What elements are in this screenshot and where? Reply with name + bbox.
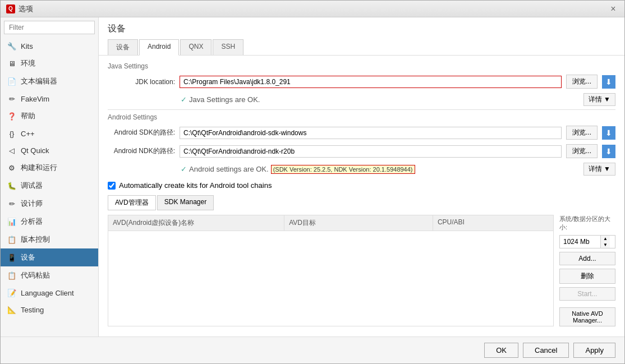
android-ok-icon: ✓ — [181, 165, 187, 173]
dialog-body: 🔧 Kits 🖥 环境 📄 文本编辑器 ✏ FakeVim ❓ 帮助 {} C — [1, 17, 624, 337]
tab-bar: 设备 Android QNX SSH — [108, 39, 615, 55]
jdk-input[interactable] — [180, 76, 562, 88]
main-content-area: 设备 设备 Android QNX SSH Java Settings JDK … — [99, 17, 624, 337]
size-label: 系统/数据分区的大小: — [559, 215, 615, 232]
size-up-button[interactable]: ▲ — [601, 236, 610, 242]
sdk-input[interactable] — [180, 127, 562, 139]
sidebar-item-label: Language Client — [21, 289, 74, 297]
debugger-icon: 🐛 — [7, 181, 16, 190]
native-avd-manager-button[interactable]: Native AVD Manager... — [559, 307, 615, 326]
java-status-ok: ✓ Java Settings are OK. — [108, 94, 260, 105]
sdk-browse-button[interactable]: 浏览... — [566, 126, 598, 140]
ndk-download-button[interactable]: ⬇ — [602, 145, 615, 158]
code-paste-icon: 📋 — [7, 271, 16, 280]
android-detail-button[interactable]: 详情 ▼ — [583, 163, 615, 176]
avd-col-name: AVD(Android虚拟设备)名称 — [108, 215, 284, 231]
start-avd-button[interactable]: Start... — [559, 287, 615, 301]
sidebar-item-label: 调试器 — [21, 181, 43, 191]
apply-button[interactable]: Apply — [573, 343, 615, 358]
tab-devices[interactable]: 设备 — [108, 39, 138, 55]
ndk-path-row: Android NDK的路径: 浏览... ⬇ — [108, 144, 615, 158]
sidebar-item-language-client[interactable]: 📝 Language Client — [1, 284, 98, 301]
sidebar-item-code-paste[interactable]: 📋 代码粘贴 — [1, 266, 98, 284]
fakevim-icon: ✏ — [7, 94, 16, 103]
filter-input[interactable] — [4, 21, 95, 34]
sidebar: 🔧 Kits 🖥 环境 📄 文本编辑器 ✏ FakeVim ❓ 帮助 {} C — [1, 17, 99, 337]
sidebar-item-label: Kits — [21, 42, 33, 50]
sidebar-item-qtquick[interactable]: ◁ Qt Quick — [1, 142, 98, 159]
sidebar-item-label: C++ — [21, 130, 35, 138]
title-bar: Q 选项 × — [1, 1, 624, 17]
options-dialog: Q 选项 × 🔧 Kits 🖥 环境 📄 文本编辑器 ✏ FakeVim — [0, 0, 625, 364]
delete-avd-button[interactable]: 删除 — [559, 269, 615, 284]
sidebar-item-analyzer[interactable]: 📊 分析器 — [1, 213, 98, 231]
size-down-button[interactable]: ▼ — [601, 242, 610, 248]
sidebar-item-label: 分析器 — [21, 216, 43, 227]
page-title: 设备 — [108, 23, 615, 35]
android-settings-panel: Java Settings JDK location: 浏览... ⬇ ✓ Ja… — [99, 56, 624, 337]
avd-tab-sdk-manager[interactable]: SDK Manager — [157, 195, 214, 210]
sidebar-item-kits[interactable]: 🔧 Kits — [1, 38, 98, 54]
auto-create-kits-checkbox[interactable] — [108, 182, 116, 190]
java-section-title: Java Settings — [108, 62, 615, 70]
ndk-label: Android NDK的路径: — [108, 146, 175, 156]
sidebar-item-environment[interactable]: 🖥 环境 — [1, 54, 98, 72]
size-input-row: ▲ ▼ — [559, 235, 615, 248]
help-icon: ❓ — [7, 112, 16, 121]
cancel-button[interactable]: Cancel — [523, 343, 569, 358]
tab-qnx[interactable]: QNX — [180, 39, 212, 55]
sidebar-item-label: Qt Quick — [21, 146, 49, 155]
android-status-ok: ✓ Android settings are OK. (SDK Version:… — [108, 163, 415, 176]
text-editor-icon: 📄 — [7, 77, 16, 86]
environment-icon: 🖥 — [7, 59, 16, 68]
sidebar-item-cpp[interactable]: {} C++ — [1, 125, 98, 142]
analyzer-icon: 📊 — [7, 217, 16, 226]
sidebar-item-testing[interactable]: 📐 Testing — [1, 301, 98, 318]
footer: OK Cancel Apply — [1, 337, 624, 363]
app-icon: Q — [6, 4, 15, 13]
title-bar-left: Q 选项 — [6, 4, 33, 14]
jdk-label: JDK location: — [108, 78, 175, 86]
ok-button[interactable]: OK — [484, 343, 518, 358]
sidebar-item-debugger[interactable]: 🐛 调试器 — [1, 177, 98, 195]
sidebar-item-build-run[interactable]: ⚙ 构建和运行 — [1, 159, 98, 177]
sdk-path-row: Android SDK的路径: 浏览... ⬇ — [108, 126, 615, 140]
avd-table-body — [108, 231, 553, 315]
sdk-label: Android SDK的路径: — [108, 128, 175, 137]
avd-tab-manager[interactable]: AVD管理器 — [108, 195, 156, 210]
sidebar-item-label: 版本控制 — [21, 234, 50, 245]
tab-ssh[interactable]: SSH — [213, 39, 243, 55]
sidebar-item-label: Testing — [21, 306, 44, 314]
build-run-icon: ⚙ — [7, 163, 16, 172]
sidebar-item-version-control[interactable]: 📋 版本控制 — [1, 231, 98, 248]
sidebar-item-label: 设备 — [21, 252, 35, 262]
avd-table: AVD(Android虚拟设备)名称 AVD目标 CPU/ABI — [108, 215, 554, 326]
cpp-icon: {} — [7, 129, 16, 138]
tab-android[interactable]: Android — [139, 39, 179, 56]
avd-table-header: AVD(Android虚拟设备)名称 AVD目标 CPU/ABI — [108, 215, 553, 231]
java-ok-text: Java Settings are OK. — [189, 95, 260, 104]
sidebar-item-label: FakeVim — [21, 95, 49, 103]
avd-col-cpu: CPU/ABI — [433, 215, 553, 231]
sidebar-item-designer[interactable]: ✏ 设计师 — [1, 195, 98, 213]
version-control-icon: 📋 — [7, 235, 16, 244]
sidebar-item-label: 文本编辑器 — [21, 76, 57, 86]
ndk-input[interactable] — [180, 145, 562, 158]
add-avd-button[interactable]: Add... — [559, 252, 615, 265]
size-input[interactable] — [560, 236, 600, 247]
sdk-download-button[interactable]: ⬇ — [602, 126, 615, 140]
sidebar-item-devices[interactable]: 📱 设备 — [1, 248, 98, 266]
sdk-version-text: (SDK Version: 25.2.5, NDK Version: 20.1.… — [271, 165, 415, 174]
jdk-download-button[interactable]: ⬇ — [602, 75, 615, 89]
sidebar-item-fakevim[interactable]: ✏ FakeVim — [1, 90, 98, 107]
sidebar-item-text-editor[interactable]: 📄 文本编辑器 — [1, 72, 98, 90]
sidebar-item-label: 环境 — [21, 58, 35, 68]
close-button[interactable]: × — [608, 3, 619, 15]
sidebar-item-label: 构建和运行 — [21, 163, 57, 173]
jdk-browse-button[interactable]: 浏览... — [566, 75, 598, 89]
avd-col-target: AVD目标 — [284, 215, 433, 231]
java-detail-button[interactable]: 详情 ▼ — [583, 93, 615, 106]
ndk-browse-button[interactable]: 浏览... — [566, 144, 598, 158]
sidebar-item-help[interactable]: ❓ 帮助 — [1, 107, 98, 125]
kits-icon: 🔧 — [7, 42, 16, 50]
